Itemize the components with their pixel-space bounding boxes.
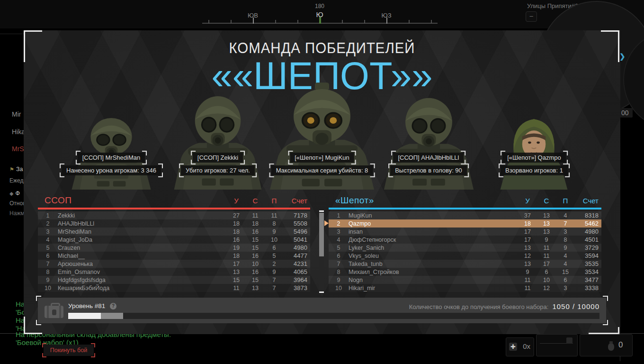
stat-cell: 9 [537, 237, 556, 243]
stat-cell: 4 [556, 253, 575, 259]
stat-cell: 7 [265, 277, 284, 283]
team-accent-bar [38, 208, 310, 209]
player-name-cell: Crauzen [58, 245, 227, 251]
table-row[interactable]: 5Lyker_Sanich131193729 [329, 244, 601, 252]
player-name-cell: Hdgfdgsfgdsfsdga [58, 277, 227, 283]
score-cell: 4501 [575, 236, 601, 243]
stat-cell: 9 [265, 228, 284, 235]
table-row[interactable]: 8Михаил_Стройков96153534 [329, 268, 601, 276]
player-name-cell: Zekkki [58, 212, 227, 219]
stat-cell: 18 [246, 220, 265, 227]
player-name-plate: [«Шепот»] Qazmpo [502, 153, 566, 163]
stat-cell: 9 [265, 269, 284, 275]
stat-cell: 13 [518, 245, 537, 251]
score-cell: 5496 [284, 228, 310, 235]
quest-entry: ◆Ф [9, 190, 20, 197]
table-row[interactable]: 7Арсюшенька171024231 [38, 260, 310, 268]
table-row[interactable]: 7Takeda_tunb131743535 [329, 260, 601, 268]
player-name-cell: Emin_Osmanov [58, 269, 227, 275]
stat-cell: 15 [246, 245, 265, 251]
table-row[interactable]: 5Crauzen191564980 [38, 244, 310, 252]
stat-cell: 18 [227, 220, 246, 227]
stat-cell: 10 [38, 285, 58, 291]
compass-tick [297, 20, 298, 24]
stat-cell: 3 [556, 285, 575, 291]
scoreboard-shepot: «Шепот» У С П Счет 1MugiKun3713483182Qaz… [329, 193, 601, 292]
stat-cell: 5 [265, 253, 284, 259]
table-row[interactable]: 9Hdgfdgsfgdsfsdga151573964 [38, 276, 310, 284]
minimap-collapse-button[interactable]: – [526, 11, 537, 22]
score-cell: 3729 [575, 244, 601, 251]
player-name-cell: insan [349, 228, 518, 235]
stat-cell: 4 [556, 212, 575, 219]
character-plates: [ССОП] AHAJlbHblLLl Выстрелов в голову: … [390, 153, 467, 175]
team-name-label: «Шепот» [329, 195, 518, 206]
score-cell: 3873 [284, 284, 310, 291]
score-cell: 5462 [575, 220, 601, 227]
compass-tick [431, 20, 432, 24]
stat-cell: 10 [329, 285, 349, 291]
stat-cell: 16 [246, 269, 265, 275]
stat-cell: 11 [518, 277, 537, 283]
stat-cell: 9 [38, 277, 58, 283]
scoreboard-header: ССОП У С П Счет [38, 193, 310, 208]
scoreboard-header: «Шепот» У С П Счет [329, 193, 601, 208]
table-row[interactable]: 2Qazmpo181375462 [329, 219, 601, 228]
scrollbar-thumb[interactable] [319, 213, 324, 256]
table-row[interactable]: 1MugiKun371348318 [329, 211, 601, 219]
stat-cell: 13 [537, 212, 556, 219]
stat-cell: 1 [38, 212, 58, 219]
stat-cell: 10 [265, 237, 284, 243]
player-name-cell: Takeda_tunb [349, 261, 518, 267]
table-row[interactable]: 4Magist_JoDa1615105041 [38, 236, 310, 244]
table-row[interactable]: 1Zekkki2711117178 [38, 211, 310, 219]
table-row[interactable]: 3MrShediMan181695496 [38, 228, 310, 236]
medkit-slot[interactable]: ✚ 0x [506, 337, 534, 356]
character-plates: [«Шепот»] Qazmpo Взорвано игроков: 1 [501, 153, 568, 175]
table-row[interactable]: 6Vkys_soleu121143594 [329, 252, 601, 260]
table-row[interactable]: 8Emin_Osmanov131694065 [38, 268, 310, 276]
table-row[interactable]: 10КешарикБэбиЙода111373873 [38, 284, 310, 292]
info-icon[interactable]: ? [110, 303, 116, 309]
character-plates: [ССОП] MrShediMan Нанесено урона игрокам… [62, 153, 161, 175]
stat-cell: 10 [246, 261, 265, 267]
table-row[interactable]: 6Michael__181654477 [38, 252, 310, 260]
panel-corner-bracket [589, 327, 619, 334]
stat-cell: 8 [556, 237, 575, 243]
stat-cell: 6 [265, 245, 284, 251]
battle-pack-icon [45, 303, 63, 318]
battle-pass-points: Количество очков до получения боевого на… [409, 302, 599, 310]
grenade-count: 0 [618, 340, 623, 350]
frame-line [620, 333, 644, 334]
column-header-assists: П [556, 197, 575, 205]
battle-pass-progress-track [68, 313, 599, 319]
player-name-plate: [ССОП] AHAJlbHblLLl [394, 153, 464, 163]
leave-battle-button[interactable]: Покинуть бой [44, 345, 94, 356]
column-header-kills: У [518, 197, 537, 205]
stat-cell: 9 [329, 277, 349, 283]
diamond-icon: ◆ [9, 191, 13, 196]
stat-cell: 7 [38, 261, 58, 267]
table-row[interactable]: 3insan171334980 [329, 228, 601, 236]
score-cell: 3534 [575, 268, 601, 275]
player-stat-plate: Выстрелов в голову: 90 [390, 165, 467, 175]
score-cell: 3338 [575, 284, 601, 291]
table-row[interactable]: 9Nogn111063477 [329, 276, 601, 284]
compass-degrees: 180 [315, 3, 324, 9]
player-stat-plate: Убито игроков: 27 чел. [181, 165, 255, 175]
score-cell: 3535 [575, 260, 601, 267]
table-row[interactable]: 2AHAJlbHblLLl181885508 [38, 219, 310, 228]
table-row[interactable]: 4ДюфСтепногорск17984501 [329, 236, 601, 244]
stat-cell: 13 [537, 220, 556, 227]
grenade-slot[interactable] [580, 334, 633, 356]
compass-tick [275, 20, 276, 24]
stat-cell: 6 [537, 269, 556, 275]
column-header-deaths: С [537, 197, 556, 205]
stat-cell: 13 [246, 285, 265, 291]
stat-cell: 10 [537, 277, 556, 283]
compass-south-label: Ю [316, 10, 323, 18]
battle-pass-bar: Уровень #81 ? Количество очков до получе… [38, 298, 606, 323]
character-plates: [«Шепот»] MugiKun Максимальная серия уби… [271, 153, 373, 175]
table-row[interactable]: 10Hikari_mir111233338 [329, 284, 601, 292]
scoreboard-scrollbar[interactable] [319, 210, 324, 293]
